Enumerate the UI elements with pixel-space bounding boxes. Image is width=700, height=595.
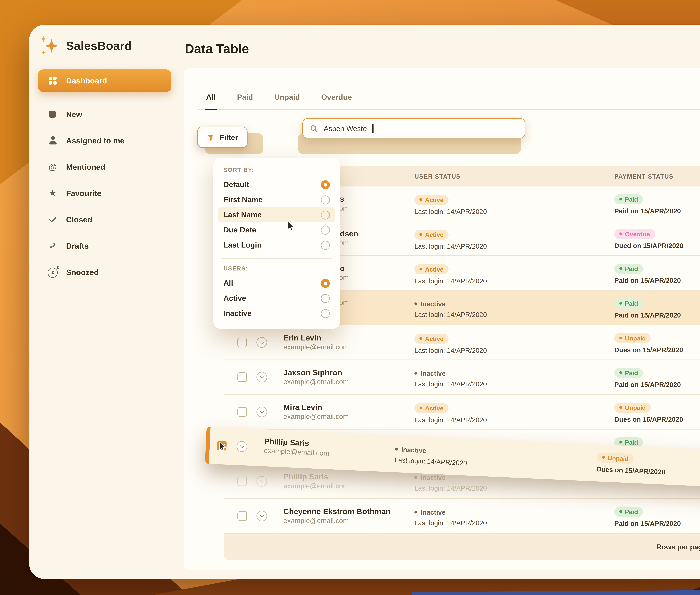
status-badge: Active <box>414 334 449 344</box>
amount-cell: $200 USD <box>662 455 700 476</box>
last-login: Last login: 14/APR/2020 <box>414 277 487 285</box>
status-inactive: Inactive <box>414 368 446 377</box>
sidebar-item-favourite[interactable]: Favourite <box>38 180 171 206</box>
row-checkbox[interactable] <box>237 338 247 347</box>
users-option-all[interactable]: All <box>218 276 335 291</box>
payment-status-cell: Paid Paid on 15/APR/2020 <box>614 505 681 527</box>
row-expand-icon[interactable] <box>236 441 247 452</box>
table-footer: Rows per page: 10 1-10 of 276 <box>224 534 700 560</box>
sort-option-last-name[interactable]: Last Name <box>218 207 335 222</box>
row-checkbox-checked[interactable] <box>217 441 227 451</box>
tab-all[interactable]: All <box>205 90 217 109</box>
tab-overdue[interactable]: Overdue <box>320 90 353 109</box>
row-expand-icon[interactable] <box>256 511 267 521</box>
table-row[interactable]: Mira Levin example@email.com Active Last… <box>224 395 700 429</box>
sidebar-item-label: Favourite <box>66 189 101 197</box>
user-name: Phillip Saris <box>283 472 349 482</box>
payment-note: Dues on 15/APR/2020 <box>614 415 683 423</box>
sidebar-item-mentioned[interactable]: Mentioned <box>38 153 171 180</box>
filter-button[interactable]: Filter <box>197 126 248 148</box>
user-email: example@email.com <box>283 482 349 491</box>
tab-paid[interactable]: Paid <box>236 90 254 109</box>
user-status-cell: Active Last login: 14/APR/2020 <box>414 263 487 285</box>
option-label: All <box>223 279 233 287</box>
sidebar-item-new[interactable]: New <box>38 101 171 127</box>
snooze-icon <box>47 266 58 278</box>
radio-unselected-icon[interactable] <box>321 210 330 219</box>
sidebar-item-label: Assigned to me <box>66 136 124 145</box>
currency: USD <box>687 239 700 247</box>
sidebar-item-drafts[interactable]: Drafts <box>38 232 171 259</box>
funnel-icon <box>207 133 215 141</box>
last-login: Last login: 14/APR/2020 <box>414 242 487 250</box>
sort-option-last-login[interactable]: Last Login <box>218 237 335 253</box>
sort-option-first-name[interactable]: First Name <box>218 192 335 207</box>
sidebar-item-label: Snoozed <box>66 267 99 276</box>
payment-note: Paid on 15/APR/2020 <box>614 276 681 284</box>
user-icon <box>47 135 58 146</box>
table-row[interactable]: Jaxson Siphron example@email.com Inactiv… <box>224 360 700 395</box>
sort-dropdown-menu: SORT BY: Default First Name Last Name Du… <box>213 158 340 329</box>
tab-unpaid[interactable]: Unpaid <box>273 90 301 109</box>
option-label: Due Date <box>223 226 256 234</box>
option-label: First Name <box>223 195 262 204</box>
radio-unselected-icon[interactable] <box>321 240 330 250</box>
sidebar-item-snoozed[interactable]: Snoozed <box>38 259 171 285</box>
amount: $200 <box>687 402 700 411</box>
sort-by-section-label: SORT BY: <box>223 166 330 173</box>
row-checkbox[interactable] <box>237 511 247 521</box>
table-row[interactable]: Cheyenne Ekstrom Bothman example@email.c… <box>224 499 700 534</box>
user-name-cell: Phillip Saris example@email.com <box>283 472 349 491</box>
amount-cell: $300 USD <box>687 228 700 247</box>
users-option-active[interactable]: Active <box>218 291 335 306</box>
amount-cell: $150 USD <box>687 506 700 525</box>
amount: $200 <box>687 194 700 203</box>
payment-note: Dues on 15/APR/2020 <box>614 346 683 353</box>
sidebar-item-dashboard[interactable]: Dashboard <box>38 69 171 92</box>
sidebar-item-closed[interactable]: Closed <box>38 206 171 232</box>
status-inactive: Inactive <box>414 298 446 308</box>
row-checkbox[interactable] <box>237 372 247 382</box>
user-status-cell: Inactive Last login: 14/APR/2020 <box>414 367 487 388</box>
search-icon <box>310 124 318 133</box>
pencil-icon <box>47 240 58 251</box>
row-expand-icon[interactable] <box>256 337 267 348</box>
star-icon <box>47 187 58 199</box>
radio-selected-icon[interactable] <box>321 279 330 288</box>
users-option-inactive[interactable]: Inactive <box>218 306 335 321</box>
radio-unselected-icon[interactable] <box>321 195 330 204</box>
radio-selected-icon[interactable] <box>321 180 330 189</box>
radio-unselected-icon[interactable] <box>321 294 330 303</box>
amount-cell: $200 USD <box>687 298 700 316</box>
search-input[interactable]: Aspen Weste <box>302 118 525 138</box>
sidebar-item-assigned-to-me[interactable]: Assigned to me <box>38 127 171 153</box>
currency: USD <box>687 378 700 386</box>
text-cursor <box>372 124 373 133</box>
sidebar-item-label: Drafts <box>66 241 89 250</box>
row-checkbox[interactable] <box>237 407 247 417</box>
sort-option-default[interactable]: Default <box>218 177 335 192</box>
currency: USD <box>687 517 700 525</box>
radio-unselected-icon[interactable] <box>321 309 330 318</box>
status-badge: Active <box>414 403 449 413</box>
status-badge: Active <box>414 229 449 239</box>
rows-per-page-select[interactable]: Rows per page: 10 <box>656 543 700 551</box>
filter-button-label: Filter <box>220 133 238 141</box>
amount: $200 <box>687 333 700 342</box>
sidebar-item-label: Closed <box>66 215 92 224</box>
table-row[interactable]: Erin Levin example@email.com Active Last… <box>224 325 700 360</box>
search-input-value: Aspen Weste <box>324 124 367 133</box>
sidebar-item-label: Dashboard <box>66 76 107 85</box>
sort-option-due-date[interactable]: Due Date <box>218 222 335 237</box>
row-checkbox[interactable] <box>237 477 247 486</box>
row-expand-icon[interactable] <box>256 476 267 487</box>
at-icon <box>47 161 58 172</box>
radio-unselected-icon[interactable] <box>321 225 330 234</box>
row-expand-icon[interactable] <box>256 372 267 382</box>
amount-cell: $200 USD <box>687 194 700 212</box>
row-expand-icon[interactable] <box>256 406 267 417</box>
payment-note: Paid on 15/APR/2020 <box>614 207 681 215</box>
payment-status-cell: Paid Paid on 15/APR/2020 <box>614 262 681 284</box>
status-badge: Active <box>414 195 449 205</box>
amount: $200 <box>662 455 700 467</box>
